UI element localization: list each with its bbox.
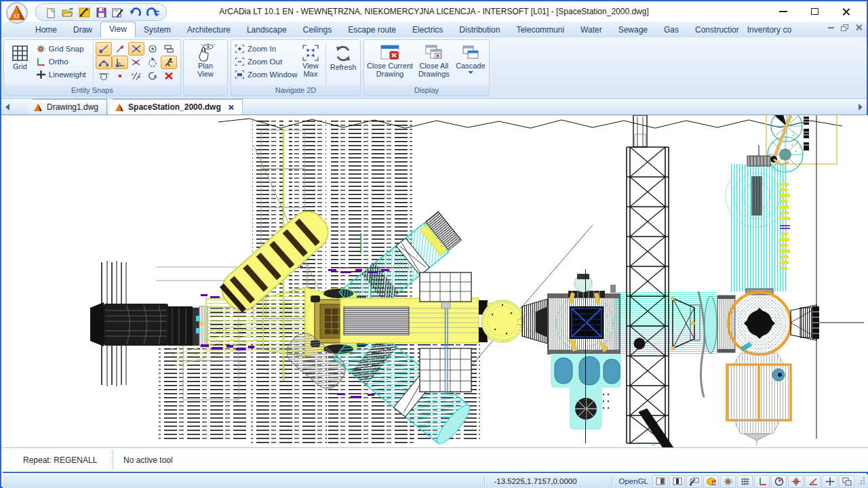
close-all-drawings-button[interactable]: Close All Drawings	[414, 41, 454, 86]
status-divider	[113, 450, 113, 470]
entity-snap-icon[interactable]	[788, 475, 804, 488]
cursor-coordinates: -13.5225,1.7157,0.0000	[489, 477, 608, 485]
tab-scroll-left-button[interactable]	[1, 100, 14, 115]
arrow-right-icon	[859, 104, 863, 110]
tab-ceilings[interactable]: Ceilings	[295, 23, 340, 37]
zoom-in-icon	[235, 44, 245, 54]
view-max-button[interactable]: View Max	[298, 41, 324, 86]
minimize-button[interactable]	[768, 1, 799, 22]
close-current-drawing-button[interactable]: Close Current Drawing	[367, 41, 413, 86]
tab-architecture[interactable]: Architecture	[179, 23, 239, 37]
centrifuge-module	[705, 289, 864, 354]
grid-snap-icon	[36, 44, 46, 54]
tab-electrics[interactable]: Electrics	[404, 23, 451, 37]
window-title: ArCADia LT 10.1 EN - WEWNĘTRZNA, NIEKOME…	[1, 1, 867, 22]
active-tool-status: No active tool	[123, 455, 173, 465]
tab-scroll-right-button[interactable]	[854, 100, 867, 115]
grid-display-icon[interactable]	[737, 475, 753, 488]
tab-close-icon[interactable]	[228, 104, 234, 110]
zoom-window-icon	[235, 70, 245, 79]
lineweight-button[interactable]: Lineweight	[35, 68, 92, 81]
polar-tracking-icon[interactable]	[771, 475, 787, 488]
center-snap-button[interactable]	[144, 42, 161, 56]
3d-mode-icon[interactable]: 3D	[703, 475, 719, 488]
ribbon-close-button[interactable]	[855, 24, 863, 31]
tab-distribution[interactable]: Distribution	[451, 23, 508, 37]
tab-system[interactable]: System	[136, 23, 179, 37]
grid-button[interactable]: Grid	[5, 41, 35, 85]
tab-draw[interactable]: Draw	[65, 23, 100, 37]
tab-inventory[interactable]: Inventory co	[739, 23, 791, 37]
application-window: LT	[0, 0, 868, 488]
tangent-snap-icon	[98, 71, 109, 81]
ortho-icon	[36, 57, 46, 66]
fill-mode-icon[interactable]	[652, 475, 668, 488]
cascade-button[interactable]: Cascade	[455, 41, 486, 86]
zoom-window-button[interactable]: Zoom Window	[233, 68, 298, 81]
drawing-viewport[interactable]	[3, 115, 868, 447]
bottom-status-bar: -13.5225,1.7157,0.0000 OpenGL 3D	[3, 474, 868, 488]
plan-view-icon	[196, 43, 215, 62]
nearest-snap-button[interactable]	[112, 42, 128, 56]
zoom-in-button[interactable]: Zoom In	[233, 42, 298, 55]
ribbon-minimize-button[interactable]	[828, 27, 834, 28]
arcadia-logo-icon[interactable]: LT	[5, 2, 28, 24]
space-station-drawing	[3, 115, 868, 447]
tab-water[interactable]: Water	[572, 23, 610, 37]
snap-tracking-button[interactable]	[161, 56, 177, 69]
tab-telecommunications[interactable]: Telecommuni	[508, 23, 572, 37]
quadrant-snap-button[interactable]	[144, 56, 161, 69]
clear-snaps-button[interactable]	[161, 69, 177, 83]
perpendicular-snap-button[interactable]	[112, 56, 128, 69]
zoom-out-icon	[235, 57, 245, 66]
tab-escape-route[interactable]: Escape route	[340, 23, 404, 37]
tangent-snap-button[interactable]	[96, 69, 112, 83]
tab-landscape[interactable]: Landscape	[239, 23, 295, 37]
group-label-plan-view	[184, 85, 227, 96]
insertion-snap-button[interactable]	[161, 42, 177, 56]
node-snap-button[interactable]	[112, 69, 128, 83]
midpoint-snap-button[interactable]	[96, 56, 112, 69]
lineweight-display-icon[interactable]	[669, 475, 685, 488]
svg-text:3D: 3D	[712, 481, 717, 485]
plan-view-button[interactable]: Plan View	[185, 41, 226, 85]
angle-snap-icon[interactable]	[805, 475, 821, 488]
crosshair-icon[interactable]	[822, 475, 837, 488]
polar-snap-button[interactable]	[144, 69, 161, 83]
maximize-button[interactable]	[799, 1, 830, 22]
window-arrange-icon[interactable]	[839, 475, 854, 488]
ortho-icon[interactable]	[754, 475, 770, 488]
refresh-button[interactable]: Refresh	[328, 41, 358, 86]
ortho-button[interactable]: Ortho	[35, 55, 92, 68]
intersection-snap-button[interactable]	[128, 42, 144, 56]
grid-snap-icon[interactable]	[720, 475, 736, 488]
grid-snap-button[interactable]: Grid Snap	[35, 42, 92, 55]
orange-tank-module	[727, 353, 791, 445]
tab-construction[interactable]: Constructior	[687, 23, 739, 37]
tab-gas[interactable]: Gas	[656, 23, 687, 37]
repeat-status: Repeat: REGENALL	[23, 455, 97, 465]
command-status-bar: Repeat: REGENALL No active tool	[3, 447, 868, 473]
insertion-snap-icon	[163, 44, 174, 54]
apparent-intersection-snap-button[interactable]	[128, 56, 144, 69]
parallel-snap-button[interactable]	[128, 69, 144, 83]
doc-tab-spacestation[interactable]: SpaceStation_2000.dwg	[107, 99, 243, 115]
cascade-icon	[462, 44, 479, 62]
doc-tab-drawing1[interactable]: Drawing1.dwg	[26, 99, 107, 115]
ribbon-tab-bar: Home Draw View System Architecture Lands…	[1, 22, 867, 37]
group-label-entity-snaps: Entity Snaps	[4, 85, 180, 96]
zoom-out-button[interactable]: Zoom Out	[233, 55, 298, 68]
ribbon: Grid Grid Snap Ortho Lineweight	[1, 37, 867, 99]
tab-view[interactable]: View	[100, 22, 136, 37]
tab-home[interactable]: Home	[27, 23, 65, 37]
close-button[interactable]	[830, 1, 861, 22]
cascade-dropdown-icon	[468, 71, 473, 74]
ribbon-restore-button[interactable]	[841, 24, 848, 31]
close-current-drawing-icon	[380, 44, 400, 62]
dwg-file-icon	[33, 103, 43, 112]
endpoint-snap-button[interactable]	[96, 42, 112, 56]
resize-grip-icon[interactable]	[859, 476, 865, 486]
tab-sewage[interactable]: Sewage	[610, 23, 656, 37]
group-label-navigate-2d: Navigate 2D	[231, 85, 360, 96]
print-style-icon[interactable]	[686, 475, 702, 488]
